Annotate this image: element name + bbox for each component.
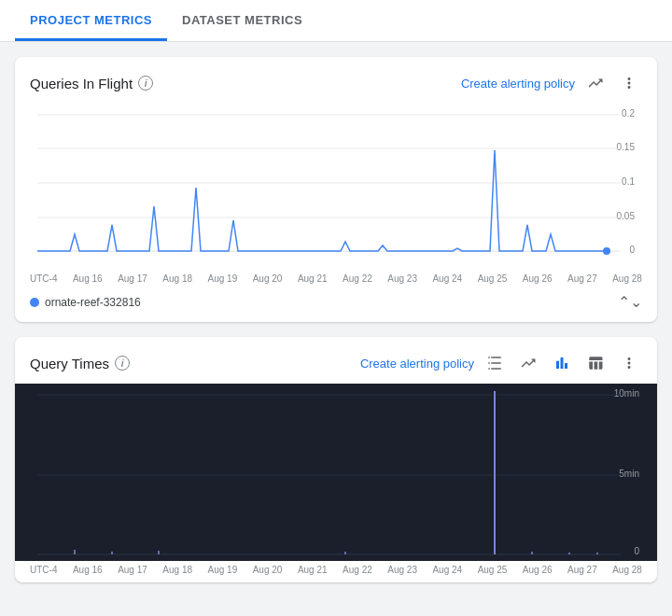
- x-label: Aug 18: [162, 565, 192, 575]
- x-label: Aug 21: [298, 565, 328, 575]
- card1-title-group: Queries In Flight i: [30, 76, 153, 91]
- card2-title: Query Times: [30, 356, 109, 371]
- x-label: Aug 16: [73, 273, 103, 284]
- card2-title-group: Query Times i: [30, 356, 130, 371]
- x-label: Aug 28: [612, 273, 642, 284]
- svg-text:5min: 5min: [619, 469, 639, 479]
- trending-up-icon-2: [520, 355, 537, 371]
- card1-header: Queries In Flight i Create alerting poli…: [15, 57, 657, 104]
- svg-text:0.1: 0.1: [622, 176, 635, 187]
- x-label: Aug 19: [208, 565, 238, 575]
- svg-text:0.05: 0.05: [617, 211, 636, 221]
- card2-table-chart-icon-btn[interactable]: [582, 350, 609, 376]
- x-label: Aug 27: [567, 565, 597, 575]
- tab-project-metrics[interactable]: PROJECT METRICS: [15, 0, 167, 41]
- card1-legend-label: ornate-reef-332816: [45, 296, 141, 309]
- svg-text:0: 0: [634, 546, 639, 556]
- card1-chart: 0.2 0.15 0.1 0.05 0: [15, 104, 657, 272]
- svg-text:0.2: 0.2: [622, 108, 635, 119]
- card2-actions: Create alerting policy: [360, 350, 642, 376]
- x-label: Aug 23: [387, 273, 417, 284]
- x-label: Aug 26: [523, 565, 553, 575]
- x-label: Aug 20: [253, 273, 283, 284]
- bar-chart-icon: [553, 355, 570, 371]
- x-label: Aug 24: [432, 273, 462, 284]
- table-chart-icon: [587, 355, 604, 371]
- card1-more-menu-btn[interactable]: [616, 70, 642, 96]
- x-label: Aug 28: [612, 565, 642, 575]
- card1-info-icon[interactable]: i: [138, 76, 153, 91]
- card1-trending-icon-btn[interactable]: [582, 70, 609, 96]
- card2-x-axis: UTC-4 Aug 16 Aug 17 Aug 18 Aug 19 Aug 20…: [15, 561, 657, 582]
- card1-legend-dot: [30, 298, 39, 307]
- x-label: Aug 18: [162, 273, 192, 284]
- query-times-card: Query Times i Create alerting policy: [15, 337, 657, 582]
- card1-title: Queries In Flight: [30, 76, 133, 91]
- x-label: Aug 17: [118, 273, 147, 284]
- trending-up-icon: [587, 75, 604, 91]
- x-label: Aug 25: [478, 565, 508, 575]
- filter-icon: [486, 355, 503, 371]
- x-label: Aug 23: [387, 565, 417, 575]
- x-label: UTC-4: [30, 565, 57, 575]
- card2-filter-icon-btn[interactable]: [482, 350, 508, 376]
- x-label: Aug 17: [118, 565, 147, 575]
- x-label: Aug 22: [343, 565, 372, 575]
- svg-text:0.15: 0.15: [617, 142, 636, 152]
- tab-dataset-metrics[interactable]: DATASET METRICS: [167, 0, 317, 41]
- svg-text:0: 0: [629, 245, 635, 255]
- card2-more-menu-btn[interactable]: [616, 350, 642, 376]
- x-label: Aug 16: [73, 565, 103, 575]
- card2-chart: 10min 5min 0: [15, 384, 657, 561]
- tabs-bar: PROJECT METRICS DATASET METRICS: [0, 0, 672, 42]
- queries-in-flight-card: Queries In Flight i Create alerting poli…: [15, 57, 657, 322]
- x-label: Aug 19: [208, 273, 238, 284]
- svg-point-10: [603, 247, 610, 255]
- x-label: Aug 20: [253, 565, 283, 575]
- card1-actions: Create alerting policy: [461, 70, 642, 96]
- card1-legend: ornate-reef-332816 ⌃⌄: [15, 287, 657, 322]
- card1-x-axis: UTC-4 Aug 16 Aug 17 Aug 18 Aug 19 Aug 20…: [15, 272, 657, 287]
- x-label: Aug 25: [478, 273, 508, 284]
- x-label: Aug 21: [298, 273, 328, 284]
- card2-chart-wrapper: 10min 5min 0 UTC-4 Aug 16 Aug 17: [15, 384, 657, 582]
- card2-header: Query Times i Create alerting policy: [15, 337, 657, 384]
- card2-create-alert-link[interactable]: Create alerting policy: [360, 357, 474, 371]
- x-label: Aug 22: [343, 273, 372, 284]
- x-label: Aug 27: [567, 273, 597, 284]
- card1-legend-item: ornate-reef-332816: [30, 296, 141, 309]
- card2-bar-chart-icon-btn[interactable]: [549, 350, 575, 376]
- x-label: Aug 26: [523, 273, 553, 284]
- card1-create-alert-link[interactable]: Create alerting policy: [461, 77, 575, 91]
- card1-expand-btn[interactable]: ⌃⌄: [618, 293, 642, 311]
- svg-text:10min: 10min: [614, 388, 639, 399]
- more-vert-icon: [621, 75, 637, 91]
- card2-info-icon[interactable]: i: [115, 356, 130, 371]
- card2-trending-icon-btn[interactable]: [515, 350, 541, 376]
- x-label: UTC-4: [30, 273, 57, 284]
- x-label: Aug 24: [432, 565, 462, 575]
- more-vert-icon-2: [621, 355, 637, 371]
